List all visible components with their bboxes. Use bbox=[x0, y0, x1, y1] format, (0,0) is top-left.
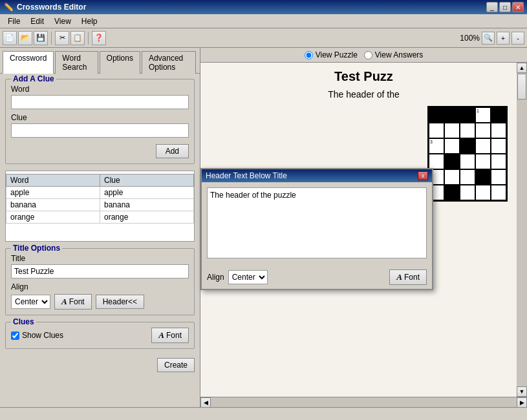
scroll-right-arrow[interactable]: ▶ bbox=[517, 397, 527, 408]
clues-group-label: Clues bbox=[11, 317, 36, 326]
scroll-left-arrow[interactable]: ◀ bbox=[200, 397, 211, 408]
grid-cell bbox=[475, 154, 491, 169]
cut-button[interactable]: ✂ bbox=[55, 31, 69, 45]
clue-label: Clue bbox=[11, 113, 189, 122]
maximize-button[interactable]: □ bbox=[499, 2, 511, 12]
grid-row: 3 bbox=[429, 138, 506, 154]
header-button[interactable]: Header<< bbox=[96, 295, 144, 309]
col-header-clue: Clue bbox=[100, 174, 194, 187]
toolbar-separator-2 bbox=[88, 32, 89, 45]
save-button[interactable]: 💾 bbox=[34, 31, 48, 45]
grid-cell: 1 bbox=[475, 107, 491, 123]
status-bar bbox=[0, 407, 527, 420]
window-controls: _ □ ✕ bbox=[486, 2, 524, 12]
copy-button[interactable]: 📋 bbox=[70, 31, 85, 45]
tab-options[interactable]: Options bbox=[100, 51, 140, 74]
view-puzzle-radio[interactable] bbox=[305, 51, 313, 59]
view-answers-radio-label[interactable]: View Answers bbox=[364, 50, 423, 59]
title-label: Title bbox=[11, 254, 189, 263]
grid-cell bbox=[429, 107, 444, 123]
modal-align-label: Align bbox=[207, 273, 224, 282]
modal-font-icon: A bbox=[396, 272, 402, 282]
modal-close-button[interactable]: x bbox=[418, 171, 428, 180]
modal-title-bar: Header Text Below Title x bbox=[202, 169, 432, 182]
menu-file[interactable]: File bbox=[3, 16, 25, 27]
toolbar-separator-1 bbox=[51, 32, 52, 45]
table-row[interactable]: banana banana bbox=[6, 199, 194, 211]
modal-font-button[interactable]: A Font bbox=[389, 269, 427, 285]
grid-row bbox=[429, 123, 506, 138]
minimize-button[interactable]: _ bbox=[486, 2, 498, 12]
clue-input[interactable] bbox=[11, 123, 189, 138]
clues-font-button[interactable]: A Font bbox=[151, 328, 189, 343]
scroll-thumb[interactable] bbox=[517, 74, 526, 100]
view-answers-radio[interactable] bbox=[364, 51, 372, 59]
add-button[interactable]: Add bbox=[156, 144, 189, 158]
grid-cell bbox=[444, 138, 460, 154]
grid-cell bbox=[460, 123, 475, 138]
tab-word-search[interactable]: Word Search bbox=[55, 51, 98, 74]
close-button[interactable]: ✕ bbox=[512, 2, 524, 12]
modal-footer: Align Center Left Right A Font bbox=[202, 266, 432, 289]
grid-cell bbox=[429, 154, 444, 169]
table-cell-clue: orange bbox=[100, 211, 194, 224]
grid-row bbox=[429, 154, 506, 169]
grid-cell bbox=[475, 138, 491, 154]
help-button[interactable]: ❓ bbox=[92, 31, 106, 45]
zoom-in-button[interactable]: + bbox=[497, 32, 510, 45]
create-btn-container: Create bbox=[5, 355, 195, 375]
show-clues-checkbox[interactable] bbox=[11, 331, 19, 340]
tabs-bar: Crossword Word Search Options Advanced O… bbox=[0, 48, 200, 74]
grid-cell bbox=[491, 185, 506, 200]
grid-cell bbox=[475, 169, 491, 185]
new-button[interactable]: 📄 bbox=[3, 31, 17, 45]
zoom-magnifier[interactable]: 🔍 bbox=[482, 32, 495, 45]
grid-cell bbox=[491, 169, 506, 185]
grid-cell bbox=[429, 123, 444, 138]
zoom-out-button[interactable]: - bbox=[511, 32, 524, 45]
tab-crossword[interactable]: Crossword bbox=[3, 51, 54, 74]
menu-edit[interactable]: Edit bbox=[25, 16, 49, 27]
align-select[interactable]: Center Left Right bbox=[11, 295, 50, 309]
scroll-track[interactable] bbox=[517, 73, 527, 386]
title-font-button[interactable]: A Font bbox=[54, 294, 92, 310]
h-scroll-track[interactable] bbox=[211, 397, 517, 407]
modal-align-select[interactable]: Center Left Right bbox=[228, 270, 268, 284]
menu-view[interactable]: View bbox=[49, 16, 76, 27]
horizontal-scrollbar: ◀ ▶ bbox=[200, 397, 527, 407]
table-cell-word: banana bbox=[6, 199, 100, 211]
crossword-grid: 1 3 bbox=[427, 106, 508, 202]
toolbar: 📄 📂 💾 ✂ 📋 ❓ 100% 🔍 + - bbox=[0, 28, 527, 48]
modal-align-container: Align Center Left Right bbox=[207, 270, 268, 284]
word-clue-table: Word Clue apple apple banana banana bbox=[6, 174, 194, 224]
left-panel: Crossword Word Search Options Advanced O… bbox=[0, 48, 200, 407]
table-cell-word: orange bbox=[6, 211, 100, 224]
table-cell-clue: apple bbox=[100, 187, 194, 199]
grid-row bbox=[429, 169, 506, 185]
crossword-grid-container: 1 3 bbox=[427, 106, 508, 202]
grid-row bbox=[429, 185, 506, 200]
scroll-up-arrow[interactable]: ▲ bbox=[517, 63, 527, 73]
word-input[interactable] bbox=[11, 95, 189, 109]
tab-advanced-options[interactable]: Advanced Options bbox=[142, 51, 196, 74]
grid-cell bbox=[491, 154, 506, 169]
create-button[interactable]: Create bbox=[157, 358, 195, 372]
table-row[interactable]: apple apple bbox=[6, 187, 194, 199]
title-bar: ✏️ Crosswords Editor _ □ ✕ bbox=[0, 0, 527, 14]
menu-bar: File Edit View Help bbox=[0, 14, 527, 28]
font-icon: A bbox=[61, 297, 67, 307]
show-clues-label[interactable]: Show Clues bbox=[11, 331, 63, 340]
align-label: Align bbox=[11, 282, 189, 291]
zoom-level: 100% bbox=[460, 34, 480, 43]
open-button[interactable]: 📂 bbox=[18, 31, 32, 45]
tab-content-crossword: Add A Clue Word Clue Add Word Clue bbox=[0, 74, 200, 407]
modal-textarea[interactable]: The header of the puzzle bbox=[207, 187, 427, 258]
grid-cell bbox=[491, 107, 506, 123]
grid-cell: 3 bbox=[429, 138, 444, 154]
title-input[interactable] bbox=[11, 264, 189, 278]
puzzle-header-text: The header of the bbox=[207, 89, 521, 100]
table-row[interactable]: orange orange bbox=[6, 211, 194, 224]
menu-help[interactable]: Help bbox=[76, 16, 103, 27]
scroll-down-arrow[interactable]: ▼ bbox=[517, 386, 527, 397]
view-puzzle-radio-label[interactable]: View Puzzle bbox=[305, 50, 358, 59]
